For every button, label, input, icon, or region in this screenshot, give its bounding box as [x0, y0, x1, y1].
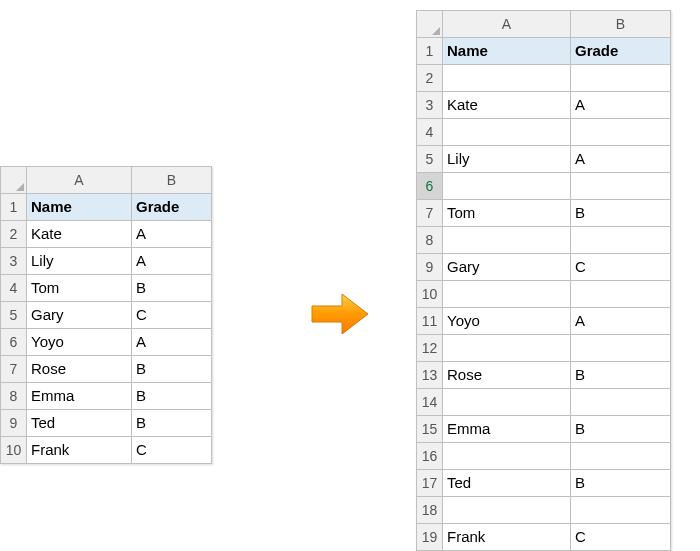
cell-name[interactable]	[443, 173, 571, 200]
cell-grade[interactable]: A	[132, 248, 212, 275]
cell-grade[interactable]: C	[132, 437, 212, 464]
row-header[interactable]: 2	[417, 65, 443, 92]
cell-grade[interactable]	[571, 65, 671, 92]
cell-name[interactable]: Yoyo	[443, 308, 571, 335]
cell-grade[interactable]: C	[132, 302, 212, 329]
cell-grade[interactable]	[571, 281, 671, 308]
cell-name[interactable]: Tom	[27, 275, 132, 302]
cell-name[interactable]: Emma	[443, 416, 571, 443]
cell-grade[interactable]	[571, 119, 671, 146]
cell-grade[interactable]: B	[571, 470, 671, 497]
spreadsheet-before: A B 1 Name Grade 2KateA 3LilyA 4TomB 5Ga…	[0, 166, 212, 464]
row-header[interactable]: 12	[417, 335, 443, 362]
cell-grade[interactable]	[571, 389, 671, 416]
row-header[interactable]: 7	[417, 200, 443, 227]
row-header[interactable]: 6	[1, 329, 27, 356]
row-header[interactable]: 1	[1, 194, 27, 221]
cell-grade[interactable]	[571, 227, 671, 254]
cell-grade[interactable]	[571, 443, 671, 470]
cell-name[interactable]: Ted	[27, 410, 132, 437]
cell-name[interactable]	[443, 443, 571, 470]
cell-name[interactable]: Ted	[443, 470, 571, 497]
row-header[interactable]: 15	[417, 416, 443, 443]
cell-grade[interactable]: B	[571, 416, 671, 443]
row-header[interactable]: 13	[417, 362, 443, 389]
cell-name[interactable]	[443, 119, 571, 146]
cell-grade[interactable]: A	[571, 146, 671, 173]
row-header[interactable]: 2	[1, 221, 27, 248]
cell-name[interactable]: Frank	[27, 437, 132, 464]
cell-grade[interactable]: A	[571, 92, 671, 119]
cell-grade[interactable]: A	[132, 329, 212, 356]
cell-name[interactable]	[443, 389, 571, 416]
cell-grade[interactable]: B	[132, 383, 212, 410]
cell-grade[interactable]	[571, 173, 671, 200]
cell-grade[interactable]: B	[571, 362, 671, 389]
header-grade[interactable]: Grade	[571, 38, 671, 65]
row-header[interactable]: 18	[417, 497, 443, 524]
header-name[interactable]: Name	[443, 38, 571, 65]
cell-name[interactable]: Tom	[443, 200, 571, 227]
row-header[interactable]: 8	[1, 383, 27, 410]
cell-name[interactable]: Emma	[27, 383, 132, 410]
cell-grade[interactable]: B	[132, 356, 212, 383]
cell-grade[interactable]: B	[132, 410, 212, 437]
cell-name[interactable]	[443, 497, 571, 524]
row-header[interactable]: 3	[1, 248, 27, 275]
col-header-b[interactable]: B	[571, 11, 671, 38]
row-header[interactable]: 5	[417, 146, 443, 173]
row-header[interactable]: 10	[1, 437, 27, 464]
cell-name[interactable]	[443, 335, 571, 362]
col-header-a[interactable]: A	[27, 167, 132, 194]
row-header[interactable]: 19	[417, 524, 443, 551]
header-grade[interactable]: Grade	[132, 194, 212, 221]
cell-name[interactable]: Rose	[443, 362, 571, 389]
col-header-b[interactable]: B	[132, 167, 212, 194]
spreadsheet-after: A B 1 Name Grade 2 3KateA 4 5LilyA 6 7To…	[416, 10, 671, 551]
row-header[interactable]: 9	[417, 254, 443, 281]
row-header[interactable]: 16	[417, 443, 443, 470]
row-header[interactable]: 14	[417, 389, 443, 416]
cell-grade[interactable]: C	[571, 524, 671, 551]
cell-grade[interactable]: B	[132, 275, 212, 302]
row-header[interactable]: 10	[417, 281, 443, 308]
cell-name[interactable]: Rose	[27, 356, 132, 383]
cell-name[interactable]: Lily	[443, 146, 571, 173]
cell-name[interactable]	[443, 227, 571, 254]
row-header[interactable]: 11	[417, 308, 443, 335]
cell-grade[interactable]: C	[571, 254, 671, 281]
col-header-a[interactable]: A	[443, 11, 571, 38]
row-header[interactable]: 9	[1, 410, 27, 437]
select-all-corner[interactable]	[1, 167, 27, 194]
cell-name[interactable]: Gary	[27, 302, 132, 329]
row-header[interactable]: 4	[1, 275, 27, 302]
cell-name[interactable]: Yoyo	[27, 329, 132, 356]
cell-grade[interactable]: A	[132, 221, 212, 248]
row-header[interactable]: 17	[417, 470, 443, 497]
row-header[interactable]: 1	[417, 38, 443, 65]
cell-grade[interactable]: A	[571, 308, 671, 335]
cell-name[interactable]: Gary	[443, 254, 571, 281]
cell-name[interactable]: Lily	[27, 248, 132, 275]
cell-name[interactable]	[443, 65, 571, 92]
arrow-right-icon	[310, 292, 370, 336]
cell-grade[interactable]	[571, 335, 671, 362]
cell-grade[interactable]: B	[571, 200, 671, 227]
row-header[interactable]: 6	[417, 173, 443, 200]
row-header[interactable]: 5	[1, 302, 27, 329]
row-header[interactable]: 7	[1, 356, 27, 383]
row-header[interactable]: 8	[417, 227, 443, 254]
row-header[interactable]: 3	[417, 92, 443, 119]
cell-name[interactable]: Kate	[27, 221, 132, 248]
select-all-corner[interactable]	[417, 11, 443, 38]
header-name[interactable]: Name	[27, 194, 132, 221]
row-header[interactable]: 4	[417, 119, 443, 146]
cell-grade[interactable]	[571, 497, 671, 524]
cell-name[interactable]	[443, 281, 571, 308]
cell-name[interactable]: Frank	[443, 524, 571, 551]
cell-name[interactable]: Kate	[443, 92, 571, 119]
